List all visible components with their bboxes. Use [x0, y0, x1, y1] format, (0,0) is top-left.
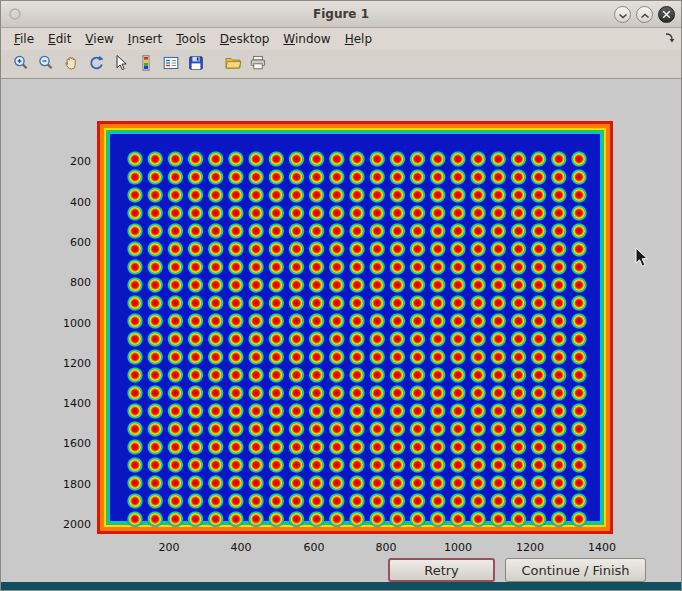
rotate-3d-button[interactable] [84, 53, 107, 76]
window-title: Figure 1 [1, 7, 681, 21]
chevron-down-icon [618, 7, 628, 22]
toolbar [1, 50, 681, 79]
save-button[interactable] [184, 53, 207, 76]
maximize-button[interactable] [636, 6, 653, 23]
rotate-3d-icon [87, 54, 105, 75]
title-bar[interactable]: Figure 1 [1, 1, 681, 28]
zoom-out-button[interactable] [34, 53, 57, 76]
menu-bar: File Edit View Insert Tools Desktop Wind… [1, 28, 681, 50]
x-tick-label: 200 [149, 541, 189, 554]
zoom-out-icon [37, 54, 55, 75]
window-controls [614, 6, 675, 23]
open-folder-icon [224, 54, 242, 75]
y-tick-label: 2000 [43, 518, 91, 531]
menu-edit[interactable]: Edit [41, 29, 78, 49]
minimize-button[interactable] [614, 6, 631, 23]
continue-finish-button[interactable]: Continue / Finish [505, 558, 646, 582]
x-tick-label: 600 [294, 541, 334, 554]
edit-plot-button[interactable] [109, 53, 132, 76]
menu-file[interactable]: File [7, 29, 41, 49]
y-tick-label: 200 [43, 155, 91, 168]
mouse-cursor [635, 247, 649, 272]
menu-view[interactable]: View [78, 29, 120, 49]
pan-hand-icon [62, 54, 80, 75]
window-frame-bottom [1, 582, 681, 590]
figure-canvas: 200 400 600 800 1000 1200 1400 1600 1800… [1, 79, 681, 582]
x-tick-label: 1200 [510, 541, 550, 554]
toolbar-separator [209, 50, 219, 78]
plot-area[interactable] [97, 121, 613, 534]
y-tick-label: 1400 [43, 397, 91, 410]
x-tick-label: 400 [221, 541, 261, 554]
menu-overflow-icon[interactable] [664, 32, 676, 47]
figure-window: Figure 1 File Edit View Insert [0, 0, 682, 591]
chevron-up-icon [640, 7, 650, 22]
legend-icon [162, 54, 180, 75]
retry-button[interactable]: Retry [388, 558, 495, 582]
y-tick-label: 800 [43, 276, 91, 289]
zoom-in-icon [12, 54, 30, 75]
close-icon [662, 7, 671, 22]
menu-window[interactable]: Window [276, 29, 337, 49]
heatmap-image[interactable] [97, 121, 613, 534]
insert-legend-button[interactable] [159, 53, 182, 76]
x-tick-label: 800 [366, 541, 406, 554]
y-tick-label: 1800 [43, 478, 91, 491]
save-floppy-icon [187, 54, 205, 75]
y-tick-label: 1600 [43, 437, 91, 450]
y-tick-label: 1000 [43, 317, 91, 330]
x-tick-label: 1000 [438, 541, 478, 554]
colorbar-icon [137, 54, 155, 75]
open-button[interactable] [221, 53, 244, 76]
x-tick-label: 1400 [582, 541, 622, 554]
menu-desktop[interactable]: Desktop [213, 29, 277, 49]
menu-help[interactable]: Help [338, 29, 379, 49]
edit-plot-pointer-icon [112, 54, 130, 75]
zoom-in-button[interactable] [9, 53, 32, 76]
y-tick-label: 400 [43, 196, 91, 209]
y-tick-label: 600 [43, 236, 91, 249]
y-tick-label: 1200 [43, 357, 91, 370]
insert-colorbar-button[interactable] [134, 53, 157, 76]
menu-tools[interactable]: Tools [169, 29, 213, 49]
print-button[interactable] [246, 53, 269, 76]
pan-button[interactable] [59, 53, 82, 76]
close-button[interactable] [658, 6, 675, 23]
printer-icon [249, 54, 267, 75]
menu-insert[interactable]: Insert [121, 29, 169, 49]
